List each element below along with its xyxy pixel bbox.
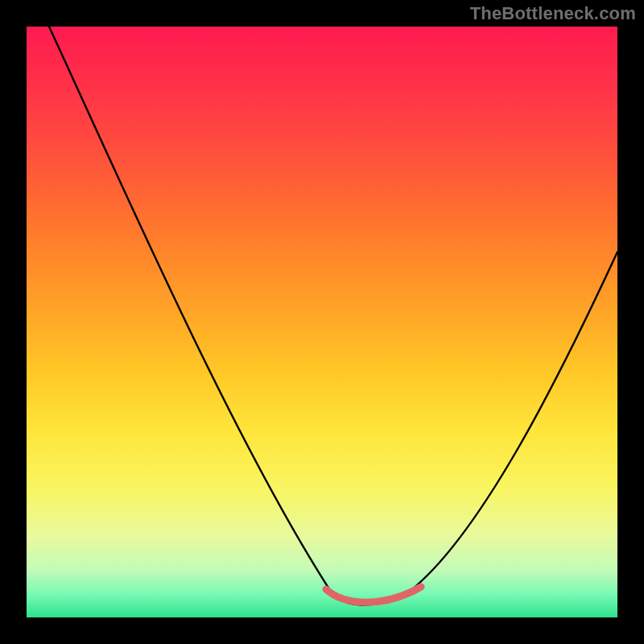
trough-highlight [326,587,421,602]
chart-frame: TheBottleneck.com [0,0,644,644]
watermark-text: TheBottleneck.com [470,3,636,24]
plot-area [27,27,617,617]
curve-svg [27,27,617,617]
bottleneck-curve [49,27,617,605]
